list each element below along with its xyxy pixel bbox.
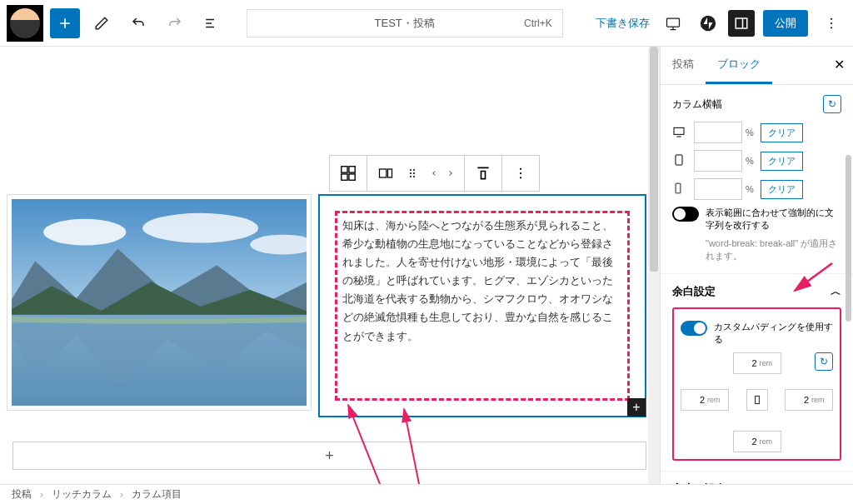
align-icon[interactable] (470, 160, 496, 187)
settings-toggle-icon[interactable] (728, 10, 755, 37)
jetpack-icon[interactable] (696, 12, 720, 35)
desktop-preview-icon[interactable] (658, 8, 688, 38)
svg-rect-32 (755, 397, 759, 404)
drag-handle-icon[interactable] (399, 160, 426, 187)
redo-icon[interactable] (160, 8, 190, 38)
width-tablet-input[interactable] (694, 150, 742, 172)
svg-point-13 (413, 169, 415, 171)
custom-padding-panel: カスタムパディングを使用する ↻ rem rem rem rem (672, 307, 841, 462)
svg-rect-10 (380, 169, 387, 177)
add-block-button[interactable] (50, 8, 80, 38)
publish-button[interactable]: 公開 (763, 10, 808, 37)
svg-point-14 (410, 172, 412, 174)
bc-item-2[interactable]: リッチカラム (52, 487, 112, 502)
desktop-icon (672, 125, 687, 141)
block-toolbar (329, 155, 540, 192)
svg-point-18 (520, 168, 521, 170)
svg-point-19 (520, 172, 521, 174)
bc-item-3[interactable]: カラム項目 (132, 487, 182, 502)
svg-rect-2 (736, 18, 747, 28)
svg-rect-6 (342, 167, 347, 172)
columns-block: 知床は、海から陸へとつながる生態系が見られること、希少な動植物の生息地になってい… (7, 194, 646, 417)
layout-icon[interactable] (372, 160, 399, 187)
padding-top-input[interactable]: rem (733, 352, 781, 374)
canvas-scrollbar[interactable] (648, 47, 660, 484)
padding-right-input[interactable]: rem (785, 389, 833, 411)
svg-point-20 (520, 177, 521, 178)
clear-mobile-button[interactable]: クリア (761, 180, 803, 199)
shortcut-hint: Ctrl+K (524, 17, 552, 29)
column-image[interactable] (7, 194, 312, 411)
paragraph-content[interactable]: 知床は、海から陸へとつながる生態系が見られること、希少な動植物の生息地になってい… (342, 217, 622, 346)
mobile-icon (672, 182, 687, 197)
bc-item-1[interactable]: 投稿 (12, 487, 32, 502)
sidebar-tabs: 投稿 ブロック ✕ (661, 47, 853, 85)
save-draft-link[interactable]: 下書き保存 (596, 16, 650, 31)
settings-sidebar: 投稿 ブロック ✕ カラム横幅 ↻ % クリア % クリア % クリア (660, 47, 853, 484)
more-menu-icon[interactable] (816, 8, 846, 38)
move-left-icon[interactable] (426, 160, 442, 187)
add-block-row[interactable]: + (12, 442, 646, 470)
width-desktop-input[interactable] (694, 122, 742, 143)
padding-link-icon[interactable] (746, 389, 768, 411)
column-text[interactable]: 知床は、海から陸へとつながる生態系が見られること、希少な動植物の生息地になってい… (318, 194, 646, 417)
svg-point-16 (410, 176, 412, 177)
custom-padding-toggle[interactable] (681, 321, 707, 336)
list-view-icon[interactable] (197, 8, 227, 38)
svg-rect-9 (349, 174, 355, 180)
width-section-title: カラム横幅 (672, 97, 722, 112)
word-break-label: 表示範囲に合わせて強制的に文字列を改行する (706, 207, 841, 232)
padding-left-input[interactable]: rem (681, 389, 729, 411)
svg-rect-28 (674, 127, 684, 134)
title-text: TEST・投稿 (375, 16, 435, 31)
svg-rect-29 (676, 155, 682, 165)
svg-point-4 (831, 22, 832, 23)
undo-icon[interactable] (123, 8, 153, 38)
close-sidebar-icon[interactable]: ✕ (834, 57, 845, 72)
collapse-icon[interactable]: ︿ (831, 284, 841, 299)
padding-annotation-box: 知床は、海から陸へとつながる生態系が見られること、希少な動植物の生息地になってい… (335, 211, 630, 401)
margin-panel: 余白設定 ︿ カスタムパディングを使用する ↻ rem rem rem rem (661, 274, 853, 472)
tab-block[interactable]: ブロック (706, 47, 772, 84)
svg-rect-0 (666, 18, 679, 27)
svg-rect-7 (349, 167, 355, 172)
column-width-panel: カラム横幅 ↻ % クリア % クリア % クリア 表示範囲に合わせて強制的に文… (661, 85, 853, 274)
edit-icon[interactable] (87, 8, 117, 38)
word-break-help: "word-break: break-all" が適用されます。 (706, 237, 841, 263)
svg-point-12 (410, 169, 412, 171)
svg-point-23 (142, 213, 258, 243)
word-break-toggle[interactable] (672, 207, 699, 222)
clear-tablet-button[interactable]: クリア (761, 152, 803, 171)
width-mobile-input[interactable] (694, 178, 742, 200)
padding-bottom-input[interactable]: rem (733, 431, 781, 452)
svg-point-17 (413, 176, 415, 177)
avatar[interactable] (7, 5, 43, 42)
svg-rect-30 (676, 183, 681, 193)
svg-rect-8 (342, 174, 347, 180)
breadcrumb: 投稿 › リッチカラム › カラム項目 (0, 484, 853, 504)
margin-section-title: 余白設定 (672, 284, 716, 299)
svg-point-1 (701, 15, 716, 30)
svg-point-22 (43, 219, 126, 246)
svg-rect-11 (388, 169, 392, 177)
svg-point-15 (413, 172, 415, 174)
bc-sep: › (120, 489, 123, 501)
clear-desktop-button[interactable]: クリア (761, 123, 803, 142)
bc-sep: › (40, 489, 43, 501)
move-right-icon[interactable] (442, 160, 459, 187)
document-title[interactable]: TEST・投稿 Ctrl+K (247, 9, 563, 37)
padding-reset-icon[interactable]: ↻ (815, 352, 833, 371)
custom-padding-label: カスタムパディングを使用する (714, 321, 833, 347)
width-reset-icon[interactable]: ↻ (823, 95, 841, 113)
editor-topbar: TEST・投稿 Ctrl+K 下書き保存 公開 (0, 0, 853, 47)
tab-post[interactable]: 投稿 (661, 47, 706, 84)
editor-canvas: 知床は、海から陸へとつながる生態系が見られること、希少な動植物の生息地になってい… (0, 47, 660, 484)
block-more-icon[interactable] (507, 160, 534, 187)
block-type-icon[interactable] (335, 160, 362, 187)
svg-point-5 (831, 27, 832, 28)
add-column-button[interactable]: + (627, 398, 646, 417)
tablet-icon (672, 153, 687, 169)
svg-point-3 (831, 17, 832, 19)
